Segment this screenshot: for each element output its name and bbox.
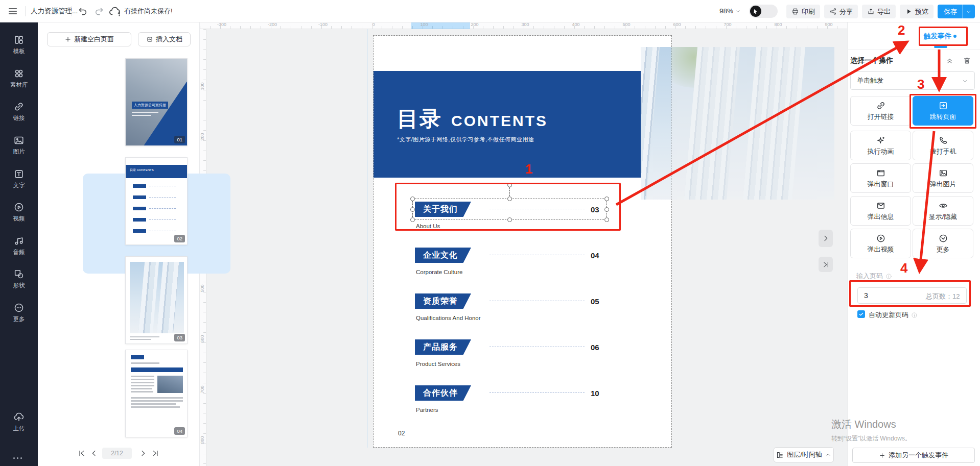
chevron-down-icon [735,8,741,14]
auto-update-checkbox[interactable] [857,310,865,318]
next-page-icon[interactable] [139,449,147,457]
save-button[interactable]: 保存 [938,5,975,18]
toc-chip-partners[interactable]: 合作伙伴 [415,385,471,401]
insert-document-button[interactable]: 插入文档 [138,32,191,46]
action-run-animation[interactable]: 执行动画 [850,131,911,160]
info-icon [885,273,892,280]
collapse-section-icon[interactable] [945,56,954,65]
sidebar-item-shapes[interactable]: 形状 [0,267,38,297]
toc-page-number[interactable]: 10 [591,389,599,398]
toc-subtitle[interactable]: Partners [416,407,438,413]
pointer-mode-toggle[interactable] [749,5,778,18]
delete-trigger-icon[interactable] [963,56,971,65]
app-root: 人力资源管理... 有操作尚未保存! 98% 印刷 分享 [0,0,980,466]
popup-video-icon [876,233,886,243]
toc-chip-qualifications[interactable]: 资质荣誉 [415,293,471,309]
action-label: 弹出视频 [868,245,894,254]
building-photo[interactable] [641,47,671,200]
toc-page-number[interactable]: 06 [591,343,599,352]
sidebar-item-links[interactable]: 链接 [0,100,38,130]
page-thumbnail-4[interactable]: 04 [125,350,188,437]
mini-toc-band: 目录 CONTENTS [126,165,188,178]
save-dropdown-chevron-icon[interactable] [963,9,975,15]
sidebar-item-templates[interactable]: 模板 [0,33,38,63]
export-button[interactable]: 导出 [862,5,896,18]
action-more[interactable]: 更多 [913,229,973,258]
toc-page-number[interactable]: 04 [591,251,599,260]
toc-page-number[interactable]: 05 [591,297,599,306]
redo-icon[interactable] [94,6,104,16]
undo-icon[interactable] [78,6,88,16]
action-popup-message[interactable]: 弹出信息 [850,196,911,226]
hamburger-menu-icon[interactable] [7,6,18,17]
sidebar-item-audio[interactable]: 音频 [0,234,38,264]
first-page-icon[interactable] [78,449,86,457]
canvas-next-arrow-button[interactable] [819,230,833,247]
share-button[interactable]: 分享 [824,5,858,18]
action-label: 拨打手机 [930,147,956,156]
plus-icon [879,452,885,459]
action-call-phone[interactable]: 拨打手机 [913,131,973,160]
new-blank-page-button[interactable]: 新建空白页面 [47,32,131,46]
action-label: 弹出图片 [930,180,956,189]
sidebar-item-assets[interactable]: 素材库 [0,67,38,96]
preview-button[interactable]: 预览 [900,5,934,18]
sidebar-label: 更多 [0,315,38,323]
annotation-box-2 [919,27,968,46]
audio-icon [13,235,25,247]
sidebar-item-more[interactable]: 更多 [0,301,38,331]
annotation-box-3 [909,94,976,129]
export-icon [867,8,875,15]
trigger-mode-select[interactable]: 单击触发 [850,71,975,90]
toc-subtitle[interactable]: Product Services [416,361,460,367]
toc-chip-corporate-culture[interactable]: 企业文化 [415,248,471,263]
print-label: 印刷 [802,7,815,16]
sidebar-label: 视频 [0,215,38,223]
sidebar-item-text[interactable]: 文字 [0,167,38,197]
chevron-right-icon [822,234,830,242]
sidebar-item-video[interactable]: 视频 [0,201,38,230]
page-thumbnail-2-selected[interactable]: 目录 CONTENTS 02 [125,157,188,245]
canvas-last-button[interactable] [819,257,833,272]
action-open-link[interactable]: 打开链接 [850,96,911,126]
toc-subtitle[interactable]: Qualifications And Honor [416,315,481,321]
toc-chip-product-services[interactable]: 产品服务 [415,339,471,355]
disclaimer-text[interactable]: *文字/图片源于网络,仅供学习参考,不做任何商业用途 [397,136,534,143]
cloud-unsaved-icon [108,5,122,17]
page-input-label: 输入页码 [856,272,883,281]
action-popup-video[interactable]: 弹出视频 [850,229,911,258]
sidebar-label: 形状 [0,282,38,289]
prev-page-icon[interactable] [90,449,98,457]
action-show-hide[interactable]: 显示/隐藏 [913,196,973,226]
trigger-mode-value: 单击触发 [857,76,883,85]
check-icon [858,311,864,317]
page-thumbnail-1[interactable]: 人力资源公司宣传册 01 [125,58,188,146]
animation-icon [876,135,886,145]
page-thumbnail-3[interactable]: 03 [125,256,188,344]
phone-icon [938,135,948,145]
thumbnail-badge: 01 [174,136,185,143]
sidebar-more-dots-icon[interactable] [13,457,22,459]
toc-subtitle[interactable]: Corporate Culture [416,269,462,275]
sidebar-item-upload[interactable]: 上传 [0,410,38,440]
document-title[interactable]: 人力资源管理... [31,0,78,22]
link-icon [13,101,25,112]
page-counter[interactable]: 2/12 [102,448,132,459]
add-trigger-event-button[interactable]: 添加另一个触发事件 [852,448,975,463]
action-popup-image[interactable]: 弹出图片 [913,163,973,193]
more-chevron-icon [938,233,948,243]
choose-action-label: 选择一个操作 [850,56,893,65]
layers-timeline-button[interactable]: 图层/时间轴 [774,447,834,462]
last-page-icon[interactable] [151,449,159,457]
pages-panel: 新建空白页面 插入文档 人力资源公司宣传册 01 目录 CONTENTS [38,22,200,466]
page-number-02[interactable]: 02 [398,430,405,437]
page-title[interactable]: 目录 CONTENTS [397,105,548,133]
sidebar-item-images[interactable]: 图片 [0,134,38,163]
print-button[interactable]: 印刷 [786,5,820,18]
building-photo-bleed [671,47,834,200]
zoom-level-dropdown[interactable]: 98% [719,0,741,22]
image-icon [13,135,25,146]
action-label: 打开链接 [868,112,894,121]
title-english: CONTENTS [451,112,548,130]
action-popup-window[interactable]: 弹出窗口 [850,163,911,193]
